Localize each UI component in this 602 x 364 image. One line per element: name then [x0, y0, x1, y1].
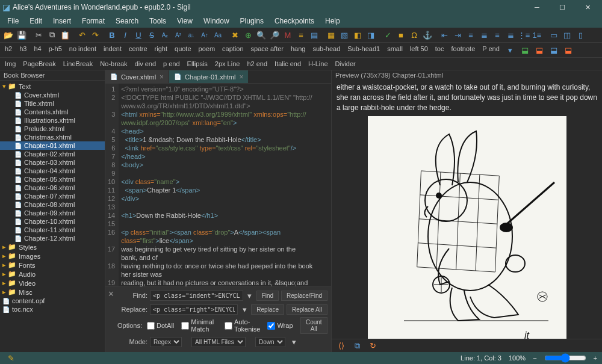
zoom-in-icon[interactable]: 🔍	[255, 29, 267, 41]
menu-plugins[interactable]: Plugins	[235, 16, 268, 26]
save-icon[interactable]: 💾	[16, 29, 28, 41]
replace-button[interactable]: Replace	[251, 304, 284, 315]
zoom-in-status-icon[interactable]: +	[594, 354, 597, 362]
clip-space-after[interactable]: space after	[249, 44, 286, 56]
clip-right[interactable]: right	[152, 44, 170, 56]
menu-window[interactable]: Window	[199, 16, 234, 26]
tool1-icon[interactable]: ▦	[325, 29, 337, 41]
clip-h2[interactable]: h2	[2, 44, 14, 56]
direction-select[interactable]: Down	[255, 337, 285, 347]
find-dropdown-icon[interactable]: ▾	[246, 289, 254, 301]
tree-item-chapter-03-xhtml[interactable]: 📄Chapter-03.xhtml	[0, 158, 105, 167]
tree-item-chapter-09-xhtml[interactable]: 📄Chapter-09.xhtml	[0, 209, 105, 217]
tree-item-chapter-10-xhtml[interactable]: 📄Chapter-10.xhtml	[0, 217, 105, 226]
option-wrap[interactable]: Wrap	[265, 322, 295, 330]
undo-icon[interactable]: ↶	[76, 29, 88, 41]
clip-small[interactable]: small	[385, 44, 405, 56]
copy-preview-icon[interactable]: ⧉	[351, 340, 363, 352]
tree-item-audio[interactable]: ▸ 📁Audio	[0, 270, 105, 279]
clip-ellipsis[interactable]: Ellipsis	[185, 59, 210, 69]
menu-file[interactable]: File	[2, 16, 23, 26]
tool3-icon[interactable]: ◧	[352, 29, 364, 41]
clip-pagebreak[interactable]: PageBreak	[20, 59, 58, 69]
tree-item-content-opf[interactable]: 📄content.opf	[0, 297, 105, 305]
count-all-button[interactable]: Count All	[300, 317, 327, 334]
special-char-icon[interactable]: Ω	[408, 29, 420, 41]
clip-caption[interactable]: caption	[220, 44, 246, 56]
lowercase-icon[interactable]: a↓	[185, 29, 197, 41]
option-dotall[interactable]: DotAll	[144, 322, 176, 330]
code-view-icon[interactable]: ▯	[574, 29, 586, 41]
tree-item-christmas-xhtml[interactable]: 📄Christmas.xhtml	[0, 133, 105, 141]
clip-p-end[interactable]: p end	[161, 59, 182, 69]
generate-toc-icon[interactable]: ▤	[308, 29, 320, 41]
align-justify-icon[interactable]: ≣	[504, 29, 517, 41]
menu-tools[interactable]: Tools	[144, 16, 171, 26]
plugin3-icon[interactable]: ⬓	[548, 44, 560, 56]
cut-icon[interactable]: ✂	[33, 29, 45, 41]
file-tree[interactable]: ▾ 📁Text📄Cover.xhtml📄Title.xhtml📄Contents…	[0, 81, 105, 352]
clip-img[interactable]: Img	[2, 59, 18, 69]
superscript-icon[interactable]: A²	[172, 29, 184, 41]
plugin-x-icon[interactable]: ✖	[229, 29, 241, 41]
replace-dropdown-icon[interactable]: ▾	[240, 303, 249, 315]
zoom-out-status-icon[interactable]: −	[533, 354, 536, 362]
clip-drop-icon[interactable]: ▾	[504, 44, 517, 56]
tree-item-chapter-08-xhtml[interactable]: 📄Chapter-08.xhtml	[0, 200, 105, 209]
menu-edit[interactable]: Edit	[25, 16, 47, 26]
tab-cover-xhtml[interactable]: 📄Cover.xhtml×	[105, 70, 169, 83]
align-right-icon[interactable]: ≡	[491, 29, 503, 41]
metadata-icon[interactable]: M	[282, 29, 294, 41]
menu-help[interactable]: Help	[320, 16, 345, 26]
close-button[interactable]: ✕	[576, 1, 600, 13]
indent-more-icon[interactable]: ⇥	[452, 29, 464, 41]
book-view-icon[interactable]: ▭	[548, 29, 560, 41]
tree-item-chapter-05-xhtml[interactable]: 📄Chapter-05.xhtml	[0, 175, 105, 184]
tree-item-video[interactable]: ▸ 📁Video	[0, 279, 105, 288]
tree-item-chapter-06-xhtml[interactable]: 📄Chapter-06.xhtml	[0, 184, 105, 192]
paste-icon[interactable]: 📋	[59, 29, 71, 41]
clip-h3[interactable]: h3	[17, 44, 29, 56]
find-settings-icon[interactable]: ▾	[288, 336, 300, 348]
tree-folder-text[interactable]: ▾ 📁Text	[0, 82, 105, 91]
clip-quote[interactable]: quote	[172, 44, 194, 56]
add-icon[interactable]: ⊕	[242, 29, 254, 41]
tree-item-chapter-07-xhtml[interactable]: 📄Chapter-07.xhtml	[0, 192, 105, 200]
inspect-icon[interactable]: ⟨⟩	[335, 340, 347, 352]
clip-linebreak[interactable]: LineBreak	[61, 59, 96, 69]
tree-item-contents-xhtml[interactable]: 📄Contents.xhtml	[0, 108, 105, 116]
tree-item-illustrations-xhtml[interactable]: 📄Illustrations.xhtml	[0, 116, 105, 125]
close-find-icon[interactable]: ✕	[108, 289, 114, 298]
clip-indent[interactable]: indent	[101, 44, 124, 56]
clip-no-indent[interactable]: no indent	[67, 44, 99, 56]
bold-icon[interactable]: B	[106, 29, 118, 41]
clip-no-break[interactable]: No-break	[98, 59, 129, 69]
maximize-button[interactable]: ☐	[550, 1, 574, 13]
menu-checkpoints[interactable]: Checkpoints	[270, 16, 319, 26]
code-editor[interactable]: 1234567891011121314151617181920212223242…	[105, 84, 331, 286]
tool2-icon[interactable]: ▧	[338, 29, 350, 41]
tree-item-fonts[interactable]: ▸ 📁Fonts	[0, 261, 105, 270]
clip-poem[interactable]: poem	[196, 44, 218, 56]
tree-item-misc[interactable]: ▸ 📁Misc	[0, 288, 105, 297]
tree-item-toc-ncx[interactable]: 📄toc.ncx	[0, 305, 105, 313]
toc-icon[interactable]: ≡	[295, 29, 307, 41]
option-minimal-match[interactable]: Minimal Match	[179, 318, 220, 333]
clip-div-end[interactable]: div end	[132, 59, 158, 69]
clip-h2-end[interactable]: h2 end	[244, 59, 270, 69]
clip-centre[interactable]: centre	[126, 44, 150, 56]
zoom-slider[interactable]	[544, 353, 586, 363]
clip-sub-head[interactable]: sub-head	[310, 44, 343, 56]
menu-view[interactable]: View	[172, 16, 197, 26]
copy-icon[interactable]: ⧉	[46, 29, 58, 41]
italic-icon[interactable]: I	[119, 29, 131, 41]
menu-search[interactable]: Search	[111, 16, 143, 26]
clip-h4[interactable]: h4	[32, 44, 44, 56]
underline-icon[interactable]: U	[132, 29, 144, 41]
case-icon[interactable]: Aa	[212, 29, 224, 41]
option-auto-tokenise[interactable]: Auto-Tokenise	[222, 318, 262, 333]
clip-toc[interactable]: toc	[433, 44, 447, 56]
mode-select[interactable]: Regex	[150, 337, 182, 347]
open-icon[interactable]: 📂	[2, 29, 14, 41]
replace-find-button[interactable]: Replace/Find	[281, 291, 327, 301]
